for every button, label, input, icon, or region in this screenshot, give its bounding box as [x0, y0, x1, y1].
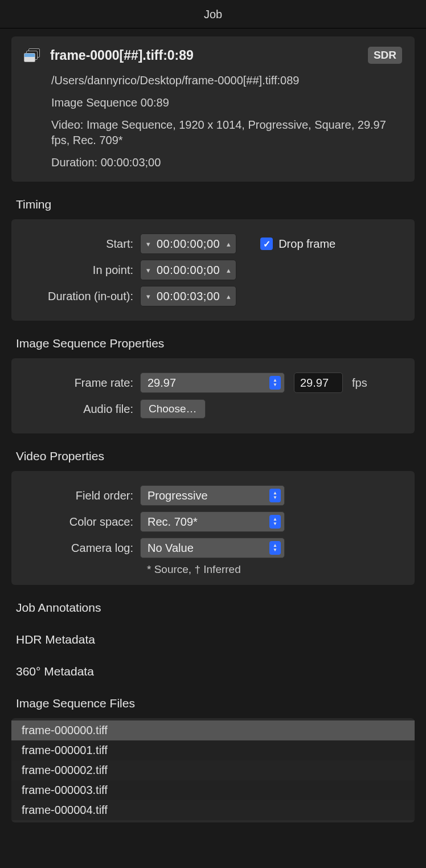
duration-label: Duration (in-out):	[24, 290, 140, 303]
colorspace-value: Rec. 709*	[148, 515, 198, 529]
job-path: /Users/dannyrico/Desktop/frame-0000[##].…	[51, 73, 402, 88]
fps-unit: fps	[352, 376, 367, 390]
chevron-down-icon[interactable]: ▾	[143, 240, 153, 248]
colorspace-label: Color space:	[24, 515, 140, 529]
dropframe-label: Drop frame	[278, 238, 335, 251]
job-info-card: frame-0000[##].tiff:0:89 SDR /Users/dann…	[11, 36, 415, 182]
chevron-up-icon[interactable]: ▴	[223, 266, 234, 275]
cameralog-label: Camera log:	[24, 542, 140, 555]
sdr-badge: SDR	[368, 47, 402, 64]
video-panel: Field order: Progressive ▲▼ Color space:…	[11, 471, 415, 585]
list-item[interactable]: frame-000004.tiff	[11, 800, 415, 820]
inpoint-stepper[interactable]: ▾ 00:00:00;00 ▴	[140, 260, 236, 280]
fieldorder-value: Progressive	[148, 489, 208, 502]
framerate-select-value: 29.97	[148, 376, 176, 390]
job-sequence: Image Sequence 00:89	[51, 95, 402, 110]
cameralog-select[interactable]: No Value ▲▼	[140, 538, 285, 558]
job-title: frame-0000[##].tiff:0:89	[50, 48, 194, 63]
chevron-down-icon[interactable]: ▾	[143, 266, 153, 275]
framerate-input[interactable]	[294, 372, 343, 393]
window-title: Job	[0, 0, 426, 28]
list-item[interactable]: frame-000001.tiff	[11, 740, 415, 760]
duration-stepper[interactable]: ▾ 00:00:03;00 ▴	[140, 286, 236, 306]
framerate-select[interactable]: 29.97 ▲▼	[140, 372, 285, 393]
timing-panel: Start: ▾ 00:00:00;00 ▴ ✓ Drop frame In p…	[11, 219, 415, 321]
chevron-up-icon[interactable]: ▴	[223, 292, 234, 301]
updown-caret-icon: ▲▼	[269, 541, 281, 555]
inspector-content: frame-0000[##].tiff:0:89 SDR /Users/dann…	[0, 28, 426, 822]
imgseq-heading[interactable]: Image Sequence Properties	[16, 337, 415, 350]
files-heading[interactable]: Image Sequence Files	[16, 697, 415, 710]
inpoint-value[interactable]: 00:00:00;00	[153, 264, 223, 277]
video-heading[interactable]: Video Properties	[16, 449, 415, 463]
timing-heading[interactable]: Timing	[16, 198, 415, 211]
video-footnote: * Source, † Inferred	[147, 563, 402, 576]
list-item[interactable]: frame-000003.tiff	[11, 780, 415, 800]
choose-audio-button[interactable]: Choose…	[140, 399, 206, 419]
colorspace-select[interactable]: Rec. 709* ▲▼	[140, 511, 285, 532]
fieldorder-select[interactable]: Progressive ▲▼	[140, 485, 285, 506]
360-metadata-section[interactable]: 360° Metadata	[16, 665, 415, 678]
start-stepper[interactable]: ▾ 00:00:00;00 ▴	[140, 234, 236, 254]
chevron-up-icon[interactable]: ▴	[223, 240, 234, 248]
job-video-info: Video: Image Sequence, 1920 x 1014, Prog…	[51, 117, 402, 148]
duration-value[interactable]: 00:00:03;00	[153, 290, 223, 303]
list-item[interactable]: frame-000002.tiff	[11, 760, 415, 780]
imgseq-panel: Frame rate: 29.97 ▲▼ fps Audio file: Cho…	[11, 358, 415, 433]
updown-caret-icon: ▲▼	[269, 515, 281, 529]
job-annotations-section[interactable]: Job Annotations	[16, 601, 415, 615]
file-list: frame-000000.tiff frame-000001.tiff fram…	[11, 718, 415, 822]
hdr-metadata-section[interactable]: HDR Metadata	[16, 633, 415, 646]
updown-caret-icon: ▲▼	[269, 376, 281, 390]
inpoint-label: In point:	[24, 264, 140, 277]
start-label: Start:	[24, 238, 140, 251]
list-item[interactable]: frame-000000.tiff	[11, 720, 415, 740]
audiofile-label: Audio file:	[24, 403, 140, 416]
cameralog-value: No Value	[148, 542, 194, 555]
job-duration: Duration: 00:00:03;00	[51, 155, 402, 170]
fieldorder-label: Field order:	[24, 489, 140, 502]
framerate-label: Frame rate:	[24, 376, 140, 390]
updown-caret-icon: ▲▼	[269, 489, 281, 502]
dropframe-checkbox[interactable]: ✓	[260, 238, 273, 250]
chevron-down-icon[interactable]: ▾	[143, 292, 153, 301]
start-value[interactable]: 00:00:00;00	[153, 238, 223, 251]
image-sequence-icon	[24, 48, 40, 62]
